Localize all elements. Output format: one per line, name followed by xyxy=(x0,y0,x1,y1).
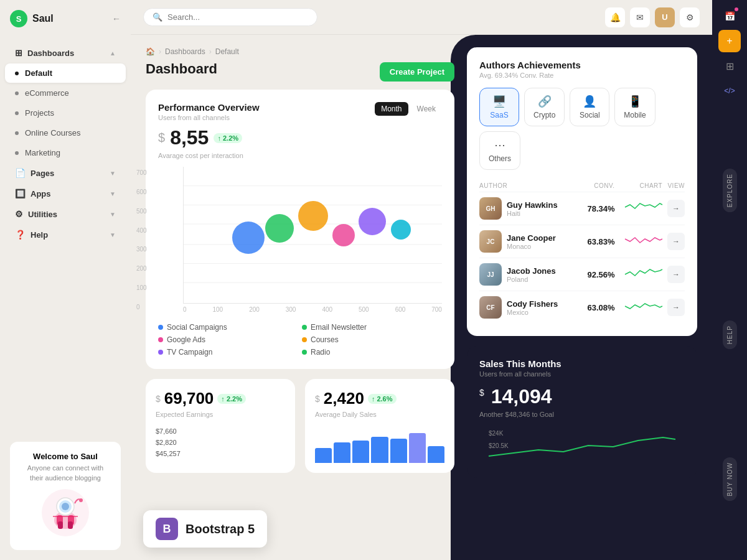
sidebar-item-utilities[interactable]: ⚙ Utilities ▼ xyxy=(5,204,126,224)
welcome-card: Welcome to Saul Anyone can connect with … xyxy=(10,442,121,550)
svg-text:$20.5K: $20.5K xyxy=(489,442,509,449)
wave-chart xyxy=(625,266,662,281)
author-name: Jane Cooper xyxy=(507,233,556,243)
content-left: 🏠 › Dashboards › Default Dashboard Creat… xyxy=(146,47,454,548)
performance-subtitle: Users from all channels xyxy=(158,114,260,121)
breadcrumb-dashboards[interactable]: Dashboards xyxy=(165,47,205,56)
user-avatar[interactable]: U xyxy=(655,7,675,27)
buy-section[interactable]: Buy now xyxy=(723,457,737,502)
bubble-1 xyxy=(232,222,265,254)
daily-sales-card: $ 2,420 ↑ 2.6% Average Daily Sales xyxy=(305,379,454,473)
sales-card: Sales This Months Users from all channel… xyxy=(467,346,697,478)
notifications-button[interactable]: 🔔 xyxy=(605,7,625,27)
mini-bar-chart xyxy=(315,426,444,463)
cat-tab-mobile[interactable]: 📱 Mobile xyxy=(614,88,655,126)
cat-tab-social[interactable]: 👤 Social xyxy=(570,88,609,126)
tab-month[interactable]: Month xyxy=(375,102,408,116)
sales-value: $ 2,420 ↑ 2.6% xyxy=(315,389,444,408)
sales-line-chart: $24K $20.5K xyxy=(479,428,685,465)
chart-legend: Social Campaigns Email Newsletter Google… xyxy=(158,323,442,357)
legend-dot xyxy=(158,325,163,330)
buy-label: Buy now xyxy=(726,462,733,497)
sidebar-sections: Explore Help Buy now xyxy=(723,114,737,555)
cat-tab-saas[interactable]: 🖥️ SaaS xyxy=(479,88,519,126)
sales-badge: ↑ 2.6% xyxy=(368,394,397,404)
sidebar-item-projects[interactable]: Projects xyxy=(5,103,126,123)
tab-week[interactable]: Week xyxy=(411,102,442,116)
dot-icon xyxy=(15,72,19,75)
sidebar-item-online-courses[interactable]: Online Courses xyxy=(5,123,126,142)
sidebar-item-apps[interactable]: 🔲 Apps ▼ xyxy=(5,184,126,203)
apps-icon: 🔲 xyxy=(15,189,26,198)
bubble-2 xyxy=(265,214,294,243)
content-wrapper: 🏠 › Dashboards › Default Dashboard Creat… xyxy=(131,35,712,560)
col-chart: CHART xyxy=(615,180,663,192)
col-author: AUTHOR xyxy=(479,180,580,192)
grid-button[interactable]: ⊞ xyxy=(718,55,741,77)
earnings-badge: ↑ 2.2% xyxy=(217,394,246,404)
sidebar-item-pages[interactable]: 📄 Pages ▼ xyxy=(5,163,126,183)
sidebar-item-marketing[interactable]: Marketing xyxy=(5,143,126,162)
legend-social-campaigns: Social Campaigns xyxy=(158,323,298,332)
cat-tab-others[interactable]: ⋯ Others xyxy=(479,131,520,170)
conv-rate: 92.56% xyxy=(580,258,614,291)
sidebar-item-label: Dashboards xyxy=(27,49,74,58)
bar-4 xyxy=(371,437,388,463)
explore-section[interactable]: Explore xyxy=(723,169,737,212)
search-box[interactable]: 🔍 xyxy=(143,8,317,26)
view-button[interactable]: → xyxy=(667,299,685,316)
dot-icon xyxy=(15,91,19,95)
view-button[interactable]: → xyxy=(667,200,685,217)
bar-2 xyxy=(334,442,350,463)
back-icon[interactable]: ← xyxy=(112,14,121,24)
legend-email-newsletter: Email Newsletter xyxy=(302,323,442,332)
search-icon: 🔍 xyxy=(153,12,162,22)
sidebar-item-default[interactable]: Default xyxy=(5,63,126,83)
settings-button[interactable]: ⚙ xyxy=(680,7,700,27)
author-name: Cody Fishers xyxy=(507,299,558,309)
view-button[interactable]: → xyxy=(667,266,685,283)
sidebar-item-dashboards[interactable]: ⊞ Dashboards ▲ xyxy=(5,43,126,63)
cat-tab-crypto[interactable]: 🔗 Crypto xyxy=(524,88,565,126)
col-view: VIEW xyxy=(662,180,685,192)
code-icon: </> xyxy=(724,86,735,95)
avatar: CF xyxy=(479,296,502,319)
calendar-icon: 📅 xyxy=(725,11,735,21)
view-button[interactable]: → xyxy=(667,233,685,250)
table-row: CF Cody Fishers Mexico 63.08% xyxy=(479,291,685,324)
chevron-down-icon: ▼ xyxy=(110,170,116,177)
add-button[interactable]: + xyxy=(718,30,741,52)
earnings-meta: $7,660 $2,820 $45,257 xyxy=(156,426,285,459)
help-icon: ❓ xyxy=(15,230,26,240)
mini-chart xyxy=(615,291,663,324)
bar-5 xyxy=(390,439,407,463)
create-project-button[interactable]: Create Project xyxy=(380,62,454,82)
breadcrumb-default: Default xyxy=(215,47,239,56)
messages-button[interactable]: ✉ xyxy=(630,7,650,27)
legend-courses: Courses xyxy=(302,335,442,344)
bubble-6 xyxy=(391,220,411,240)
sidebar-item-label: Projects xyxy=(25,108,54,118)
authors-subtitle: Avg. 69.34% Conv. Rate xyxy=(479,72,685,79)
wave-chart xyxy=(625,299,662,314)
search-input[interactable] xyxy=(167,12,308,22)
explore-label: Explore xyxy=(726,174,733,207)
right-sidebar: 📅 + ⊞ </> Explore Help Buy now xyxy=(712,0,747,560)
sales-amount: $ 14,094 xyxy=(479,385,685,408)
legend-dot xyxy=(158,350,163,355)
sidebar-item-ecommerce[interactable]: eCommerce xyxy=(5,83,126,103)
sidebar-item-label: Utilities xyxy=(28,210,57,219)
bubble-3 xyxy=(298,201,328,231)
legend-dot xyxy=(158,337,163,342)
period-tabs: Month Week xyxy=(375,102,442,116)
code-button[interactable]: </> xyxy=(718,80,741,102)
sidebar-item-help[interactable]: ❓ Help ▼ xyxy=(5,225,126,245)
help-section[interactable]: Help xyxy=(723,320,737,349)
sidebar-nav: ⊞ Dashboards ▲ Default eCommerce Project… xyxy=(0,37,131,432)
meta-item-2: $2,820 xyxy=(156,437,285,448)
svg-rect-6 xyxy=(58,521,63,529)
app-name: Saul xyxy=(32,13,54,24)
bubble-4 xyxy=(332,224,355,246)
calendar-button[interactable]: 📅 xyxy=(718,5,741,27)
topbar-right: 🔔 ✉ U ⚙ xyxy=(605,7,700,27)
